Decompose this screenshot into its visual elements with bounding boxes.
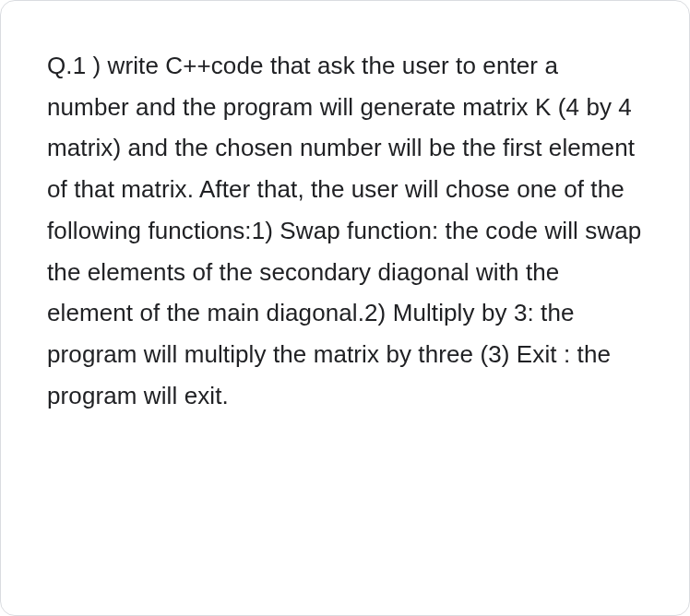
question-text: Q.1 ) write C++code that ask the user to… bbox=[47, 45, 643, 416]
question-card: Q.1 ) write C++code that ask the user to… bbox=[0, 0, 690, 616]
